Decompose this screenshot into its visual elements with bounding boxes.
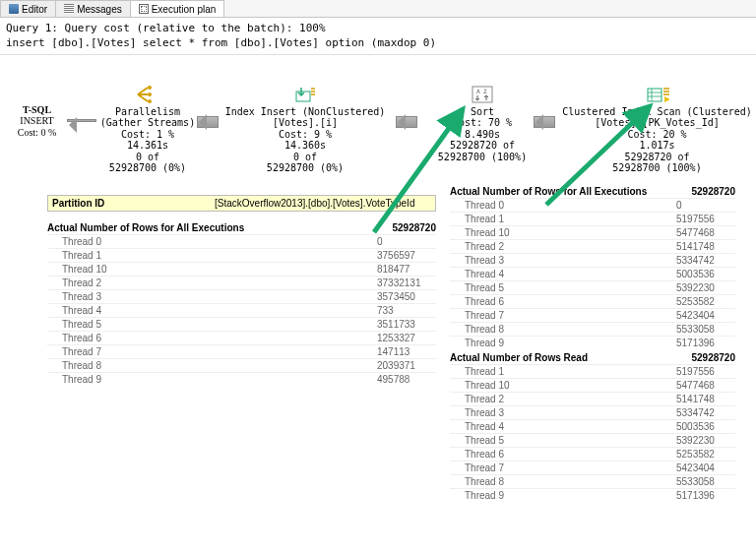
thread-label: Thread 10 <box>47 264 377 275</box>
tooltip-panel-sort: Partition ID [StackOverflow2013].[dbo].[… <box>47 183 436 502</box>
thread-label: Thread 0 <box>450 200 676 211</box>
thread-row: Thread 00 <box>450 198 735 212</box>
thread-label: Thread 9 <box>450 490 676 501</box>
thread-value: 5003536 <box>676 269 735 279</box>
thread-row: Thread 55392230 <box>450 433 735 447</box>
thread-label: Thread 5 <box>450 282 676 293</box>
thread-value: 0 <box>676 200 735 211</box>
thread-label: Thread 9 <box>450 338 676 348</box>
thread-row: Thread 10818477 <box>47 262 436 276</box>
thread-label: Thread 3 <box>450 255 676 266</box>
thread-label: Thread 1 <box>450 214 676 224</box>
thread-value: 5197556 <box>676 214 735 224</box>
svg-text:Z: Z <box>483 88 487 94</box>
thread-row: Thread 7147113 <box>47 344 436 358</box>
thread-value: 1253327 <box>377 333 436 343</box>
thread-value: 5392230 <box>676 282 735 293</box>
thread-row: Thread 85533058 <box>450 474 735 488</box>
thread-value: 37332131 <box>377 277 436 288</box>
tab-bar: Editor Messages Execution plan <box>0 0 756 18</box>
query-cost-line: Query 1: Query cost (relative to the bat… <box>6 22 326 34</box>
thread-row: Thread 15197556 <box>450 364 735 378</box>
partition-id-row: Partition ID [StackOverflow2013].[dbo].[… <box>47 195 436 212</box>
thread-value: 147113 <box>377 346 436 357</box>
thread-value: 3573450 <box>377 291 436 302</box>
thread-label: Thread 1 <box>450 366 676 377</box>
actual-rows-read-header: Actual Number of Rows Read 52928720 <box>450 349 735 364</box>
plan-node-parallelism[interactable]: Parallelism (Gather Streams) Cost: 1 % 1… <box>94 85 202 174</box>
thread-value: 3511733 <box>377 319 436 330</box>
thread-row: Thread 25141748 <box>450 239 735 253</box>
thread-label: Thread 10 <box>450 380 676 391</box>
thread-label: Thread 8 <box>450 324 676 335</box>
thread-row: Thread 53511733 <box>47 317 436 331</box>
thread-label: Thread 6 <box>450 449 676 460</box>
thread-list: Thread 15197556Thread 105477468Thread 25… <box>450 364 735 502</box>
sort-icon: AZ <box>471 85 494 104</box>
thread-row: Thread 82039371 <box>47 358 436 372</box>
thread-value: 5197556 <box>676 366 735 377</box>
thread-value: 5392230 <box>676 435 735 446</box>
actual-rows-header: Actual Number of Rows for All Executions… <box>47 219 436 234</box>
tab-label: Execution plan <box>152 4 217 15</box>
thread-label: Thread 1 <box>47 250 377 261</box>
svg-text:A: A <box>476 88 480 94</box>
thread-value: 5003536 <box>676 421 735 432</box>
thread-label: Thread 3 <box>450 407 676 418</box>
messages-icon <box>64 4 74 14</box>
thread-row: Thread 9495788 <box>47 372 436 386</box>
thread-label: Thread 2 <box>450 241 676 252</box>
tab-messages[interactable]: Messages <box>55 0 131 17</box>
plan-node-sort[interactable]: AZ Sort Cost: 70 % 8.490s 52928720 of 52… <box>433 85 532 163</box>
thread-label: Thread 8 <box>450 476 676 487</box>
plan-node-index-insert[interactable]: Index Insert (NonClustered) [Votes].[i] … <box>221 85 389 174</box>
thread-row: Thread 15197556 <box>450 212 735 225</box>
thread-row: Thread 45003536 <box>450 419 735 433</box>
thread-value: 818477 <box>377 264 436 275</box>
svg-point-1 <box>148 92 152 96</box>
thread-row: Thread 95171396 <box>450 336 735 349</box>
thread-label: Thread 9 <box>47 374 377 385</box>
thread-value: 3756597 <box>377 250 436 261</box>
thread-label: Thread 10 <box>450 227 676 238</box>
partition-id-label: Partition ID <box>52 198 215 209</box>
clustered-scan-icon <box>646 85 669 104</box>
thread-row: Thread 33573450 <box>47 289 436 303</box>
thread-value: 5477468 <box>676 380 735 391</box>
svg-point-2 <box>148 99 152 103</box>
actual-rows-header: Actual Number of Rows for All Executions… <box>450 183 735 198</box>
thread-label: Thread 0 <box>47 236 377 247</box>
thread-row: Thread 237332131 <box>47 276 436 289</box>
partition-id-value: [StackOverflow2013].[dbo].[Votes].VoteTy… <box>215 198 431 209</box>
thread-row: Thread 45003536 <box>450 267 735 280</box>
thread-value: 5171396 <box>676 490 735 501</box>
query-header: Query 1: Query cost (relative to the bat… <box>0 18 756 55</box>
thread-value: 733 <box>377 305 436 316</box>
thread-value: 5423404 <box>676 310 735 321</box>
tooltip-panels: Partition ID [StackOverflow2013].[dbo].[… <box>0 183 756 510</box>
plan-node-tsql[interactable]: T-SQL INSERT Cost: 0 % <box>10 104 64 139</box>
thread-value: 5477468 <box>676 227 735 238</box>
thread-value: 5334742 <box>676 407 735 418</box>
svg-marker-8 <box>664 96 669 102</box>
thread-label: Thread 3 <box>47 291 377 302</box>
thread-label: Thread 4 <box>450 421 676 432</box>
thread-value: 5171396 <box>676 338 735 348</box>
thread-value: 5423404 <box>676 462 735 473</box>
thread-value: 5334742 <box>676 255 735 266</box>
query-text-line: insert [dbo].[Votes] select * from [dbo]… <box>6 36 436 49</box>
thread-row: Thread 13756597 <box>47 248 436 262</box>
thread-row: Thread 65253582 <box>450 447 735 461</box>
thread-label: Thread 7 <box>450 310 676 321</box>
plan-node-clustered-index-scan[interactable]: Clustered Index Scan (Clustered) [Votes]… <box>561 85 753 174</box>
svg-point-0 <box>148 86 152 90</box>
thread-row: Thread 75423404 <box>450 308 735 322</box>
execution-plan-canvas[interactable]: T-SQL INSERT Cost: 0 % Parallelism (Gath… <box>0 55 756 183</box>
thread-label: Thread 4 <box>450 269 676 279</box>
thread-list: Thread 00Thread 15197556Thread 105477468… <box>450 198 735 349</box>
thread-value: 5253582 <box>676 449 735 460</box>
thread-row: Thread 35334742 <box>450 405 735 419</box>
tab-editor[interactable]: Editor <box>0 0 56 17</box>
thread-value: 495788 <box>377 374 436 385</box>
tab-execution-plan[interactable]: Execution plan <box>130 0 225 17</box>
